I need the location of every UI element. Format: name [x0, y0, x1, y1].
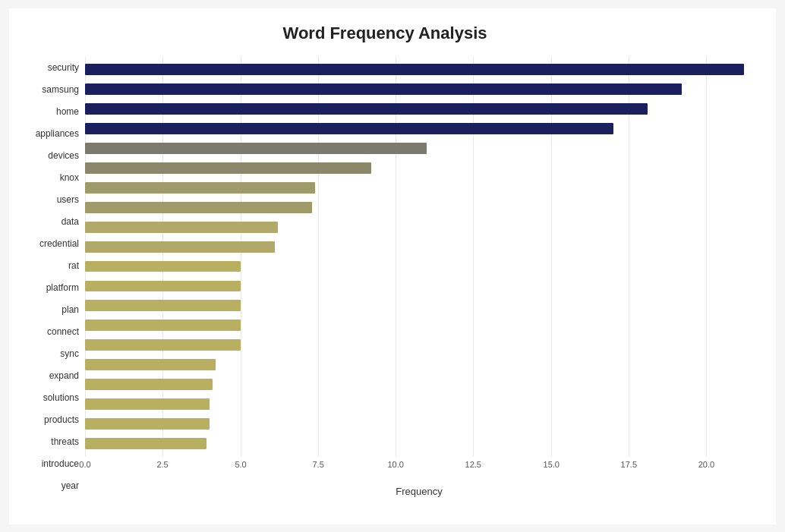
bar — [85, 339, 241, 351]
bar — [85, 162, 371, 174]
y-label: credential — [39, 239, 79, 248]
y-label: platform — [46, 283, 79, 292]
bar — [85, 83, 682, 95]
bar-row — [85, 237, 753, 257]
bar-row — [85, 60, 753, 80]
bar — [85, 103, 648, 115]
bar — [85, 143, 427, 154]
y-label: home — [56, 107, 79, 116]
bar-row — [85, 335, 753, 355]
y-label: connect — [47, 327, 79, 336]
x-tick-label: 17.5 — [621, 460, 637, 469]
y-label: security — [48, 63, 79, 72]
y-label: solutions — [43, 393, 79, 402]
chart-title: Word Frequency Analysis — [17, 24, 753, 43]
bar-row — [85, 395, 753, 414]
chart-area: securitysamsunghomeappliancesdevicesknox… — [17, 57, 753, 497]
bar — [85, 241, 275, 253]
bar-row — [85, 217, 753, 237]
bar — [85, 182, 315, 194]
grid-and-bars — [85, 57, 753, 457]
y-label: data — [61, 217, 79, 226]
y-label: devices — [48, 151, 79, 160]
bars-wrapper — [85, 57, 753, 457]
y-label: year — [61, 481, 79, 490]
bar — [85, 123, 613, 134]
bar-row — [85, 118, 753, 138]
bar-row — [85, 138, 753, 158]
y-label: knox — [60, 173, 79, 182]
x-axis: 0.02.55.07.510.012.515.017.520.0 — [85, 460, 753, 483]
bar-row — [85, 316, 753, 335]
bar-row — [85, 375, 753, 395]
y-label: samsung — [42, 85, 79, 94]
bar-row — [85, 158, 753, 178]
y-label: sync — [60, 349, 79, 358]
bar-row — [85, 276, 753, 296]
x-tick-label: 5.0 — [235, 460, 246, 469]
bar — [85, 202, 312, 213]
x-axis-label: Frequency — [85, 486, 753, 497]
y-label: rat — [68, 261, 79, 270]
bar-row — [85, 434, 753, 454]
bar — [85, 398, 210, 410]
bar-row — [85, 178, 753, 197]
bar — [85, 261, 241, 272]
chart-container: Word Frequency Analysis securitysamsungh… — [9, 8, 776, 524]
x-tick-label: 2.5 — [156, 460, 168, 469]
x-tick-label: 20.0 — [698, 460, 714, 469]
x-tick-label: 7.5 — [312, 460, 323, 469]
x-tick-label: 12.5 — [465, 460, 481, 469]
bar-row — [85, 257, 753, 276]
bar — [85, 379, 213, 390]
y-labels: securitysamsunghomeappliancesdevicesknox… — [17, 57, 85, 497]
y-label: appliances — [36, 129, 79, 138]
x-tick-label: 15.0 — [544, 460, 560, 469]
bar-row — [85, 197, 753, 217]
bar-row — [85, 414, 753, 434]
bar — [85, 300, 241, 311]
y-label: threats — [51, 437, 79, 446]
bar — [85, 438, 206, 449]
y-label: products — [44, 415, 79, 424]
bar-row — [85, 79, 753, 99]
bar — [85, 418, 210, 430]
y-label: plan — [61, 305, 79, 314]
y-label: introduce — [42, 459, 79, 468]
bar — [85, 281, 241, 292]
bar-row — [85, 296, 753, 316]
bar — [85, 359, 216, 370]
bar — [85, 320, 241, 331]
bar — [85, 64, 744, 75]
bar-row — [85, 99, 753, 118]
y-label: expand — [49, 371, 79, 380]
y-label: users — [57, 195, 79, 204]
bar — [85, 222, 278, 233]
x-tick-label: 10.0 — [387, 460, 403, 469]
x-tick-label: 0.0 — [79, 460, 90, 469]
bar-row — [85, 355, 753, 375]
bars-section: 0.02.55.07.510.012.515.017.520.0 Frequen… — [85, 57, 753, 497]
